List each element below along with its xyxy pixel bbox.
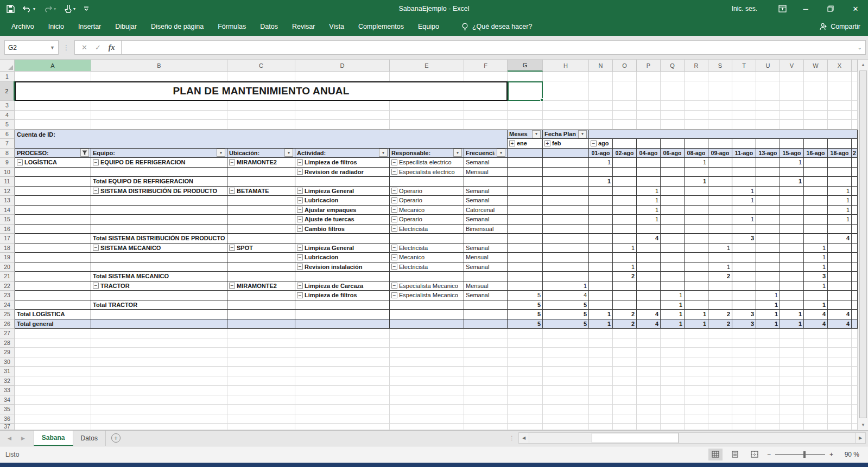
cell-A17[interactable]: [15, 234, 91, 244]
cell-B13[interactable]: [91, 196, 227, 206]
row-header-6[interactable]: 6: [0, 130, 15, 139]
cell-D26[interactable]: [295, 319, 390, 329]
cell-X25[interactable]: 4: [828, 310, 852, 319]
cell-_p18[interactable]: [852, 244, 858, 253]
cell-Q10[interactable]: [661, 168, 685, 177]
cell-D14[interactable]: −Ajustar empaques: [295, 206, 390, 215]
cell-H28[interactable]: [543, 338, 589, 348]
cell-Q25[interactable]: 1: [661, 310, 685, 319]
cell-_p1[interactable]: [852, 72, 858, 81]
zoom-slider-thumb[interactable]: [803, 451, 806, 458]
cell-U18[interactable]: [756, 244, 780, 253]
cell-R26[interactable]: 1: [685, 319, 708, 329]
cell-G8[interactable]: [508, 149, 543, 158]
cell-R20[interactable]: [685, 263, 708, 272]
cell-T9[interactable]: [732, 158, 756, 168]
cell-D31[interactable]: [295, 367, 390, 376]
cell-A4[interactable]: [15, 111, 91, 120]
row-header-27[interactable]: 27: [0, 329, 15, 338]
cell-O15[interactable]: [613, 215, 637, 225]
cell-C14[interactable]: [227, 206, 295, 215]
collapse-icon[interactable]: −: [391, 254, 397, 260]
cell-G17[interactable]: [508, 234, 543, 244]
cell-N2[interactable]: [589, 81, 613, 101]
cell-H24[interactable]: 5: [543, 300, 589, 310]
cell-N4[interactable]: [589, 111, 613, 120]
cell-Q1[interactable]: [661, 72, 685, 81]
cell-G27[interactable]: [508, 329, 543, 338]
normal-view-icon[interactable]: [708, 449, 723, 460]
cell-G23[interactable]: 5: [508, 291, 543, 300]
scroll-right-icon[interactable]: ▶: [855, 432, 866, 444]
cell-B29[interactable]: [91, 348, 227, 357]
cell-P1[interactable]: [637, 72, 661, 81]
cell-V21[interactable]: [780, 272, 804, 282]
collapse-icon[interactable]: −: [229, 159, 235, 165]
cell-P22[interactable]: [637, 282, 661, 291]
cell-W11[interactable]: [804, 177, 828, 187]
cell-B21[interactable]: Total SISTEMA MECANICO: [91, 272, 227, 282]
cell-S25[interactable]: 2: [708, 310, 732, 319]
column-header-partial[interactable]: [852, 60, 858, 72]
cell-T37[interactable]: [732, 424, 756, 430]
cell-V16[interactable]: [780, 225, 804, 234]
cell-G26[interactable]: 5: [508, 319, 543, 329]
cell-G35[interactable]: [508, 405, 543, 414]
cell-T34[interactable]: [732, 395, 756, 405]
cell-Q26[interactable]: 1: [661, 319, 685, 329]
cell-D34[interactable]: [295, 395, 390, 405]
cell-H26[interactable]: 5: [543, 319, 589, 329]
cell-H17[interactable]: [543, 234, 589, 244]
cell-A6[interactable]: Cuenta de ID:: [15, 130, 508, 139]
cell-_p26[interactable]: [852, 319, 858, 329]
cell-B35[interactable]: [91, 405, 227, 414]
cell-_p21[interactable]: [852, 272, 858, 282]
row-header-31[interactable]: 31: [0, 367, 15, 376]
collapse-icon[interactable]: −: [391, 245, 397, 251]
collapse-icon[interactable]: −: [297, 283, 303, 289]
ribbon-tab-datos[interactable]: Datos: [253, 17, 285, 36]
cell-D16[interactable]: −Cambio filtros: [295, 225, 390, 234]
cell-H18[interactable]: [543, 244, 589, 253]
cell-P36[interactable]: [637, 414, 661, 424]
cell-N20[interactable]: [589, 263, 613, 272]
cell-D13[interactable]: −Lubricacion: [295, 196, 390, 206]
cell-Q3[interactable]: [661, 101, 685, 111]
cell-S3[interactable]: [708, 101, 732, 111]
collapse-icon[interactable]: −: [391, 216, 397, 222]
cell-R36[interactable]: [685, 414, 708, 424]
cell-S33[interactable]: [708, 386, 732, 395]
cell-G24[interactable]: 5: [508, 300, 543, 310]
cell-F18[interactable]: Semanal: [464, 244, 508, 253]
cell-P12[interactable]: 1: [637, 187, 661, 196]
cell-W7[interactable]: [804, 139, 828, 149]
cell-P29[interactable]: [637, 348, 661, 357]
cell-D37[interactable]: [295, 424, 390, 430]
cell-W17[interactable]: [804, 234, 828, 244]
cell-V14[interactable]: [780, 206, 804, 215]
sign-in-link[interactable]: Inic. ses.: [732, 5, 757, 12]
cell-_p34[interactable]: [852, 395, 858, 405]
cell-N26[interactable]: 1: [589, 319, 613, 329]
cell-C15[interactable]: [227, 215, 295, 225]
cell-W37[interactable]: [804, 424, 828, 430]
filter-dropdown-icon[interactable]: ▾: [217, 149, 225, 157]
collapse-icon[interactable]: −: [391, 169, 397, 175]
row-header-30[interactable]: 30: [0, 357, 15, 367]
cell-P33[interactable]: [637, 386, 661, 395]
cell-S10[interactable]: [708, 168, 732, 177]
ribbon-tab-inicio[interactable]: Inicio: [41, 17, 71, 36]
row-header-20[interactable]: 20: [0, 263, 15, 272]
cell-H36[interactable]: [543, 414, 589, 424]
cell-_p5[interactable]: [852, 120, 858, 130]
cell-C24[interactable]: [227, 300, 295, 310]
cell-O23[interactable]: [613, 291, 637, 300]
cell-U29[interactable]: [756, 348, 780, 357]
cell-A35[interactable]: [15, 405, 91, 414]
row-header-9[interactable]: 9: [0, 158, 15, 168]
cell-G37[interactable]: [508, 424, 543, 430]
cell-B11[interactable]: Total EQUIPO DE REFRIGERACION: [91, 177, 227, 187]
cell-H1[interactable]: [543, 72, 589, 81]
cell-V20[interactable]: [780, 263, 804, 272]
cell-O2[interactable]: [613, 81, 637, 101]
